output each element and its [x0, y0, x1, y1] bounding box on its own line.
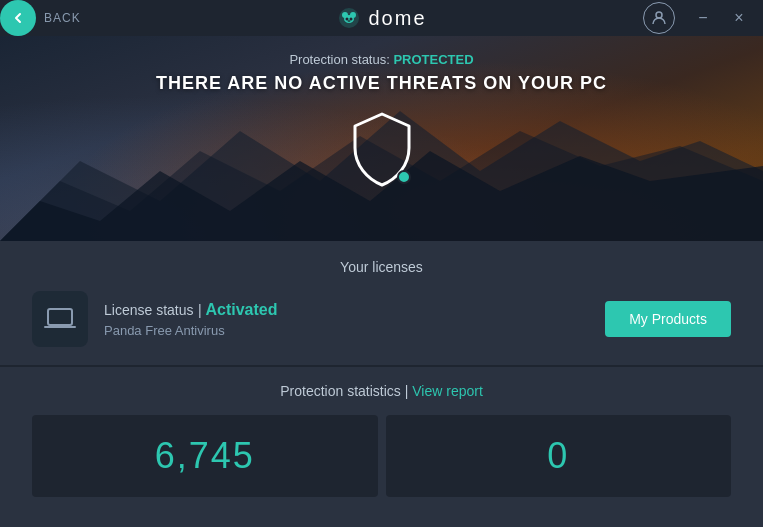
titlebar: BACK dome − ×: [0, 0, 763, 36]
stat-card-2: 0: [386, 415, 732, 497]
license-product-name: Panda Free Antivirus: [104, 323, 278, 338]
stat-card-1: 6,745: [32, 415, 378, 497]
shield-active-dot: [397, 170, 411, 184]
svg-rect-12: [57, 325, 63, 327]
titlebar-left: BACK: [0, 0, 81, 36]
hero-banner: Protection status: PROTECTED THERE ARE N…: [0, 36, 763, 241]
back-label: BACK: [44, 11, 81, 25]
license-activated-label: Activated: [205, 301, 277, 318]
license-status-label: License status: [104, 302, 194, 318]
hero-title: THERE ARE NO ACTIVE THREATS ON YOUR PC: [156, 73, 607, 94]
hero-content: Protection status: PROTECTED THERE ARE N…: [0, 36, 763, 241]
statistics-title: Protection statistics | View report: [32, 383, 731, 399]
stat-value-1: 6,745: [155, 435, 255, 477]
svg-point-6: [347, 20, 350, 22]
svg-point-7: [656, 12, 662, 18]
svg-point-4: [345, 18, 348, 21]
view-report-link[interactable]: View report: [412, 383, 483, 399]
statistics-label: Protection statistics: [280, 383, 401, 399]
statistics-section: Protection statistics | View report 6,74…: [0, 367, 763, 513]
titlebar-right: − ×: [643, 2, 763, 34]
svg-point-5: [349, 18, 352, 21]
my-products-button[interactable]: My Products: [605, 301, 731, 337]
protection-status-value: PROTECTED: [393, 52, 473, 67]
license-status-line: License status | Activated: [104, 301, 278, 319]
licenses-section: Your licenses License status | Activated…: [0, 241, 763, 366]
minimize-button[interactable]: −: [687, 2, 719, 34]
licenses-title: Your licenses: [32, 259, 731, 275]
user-icon[interactable]: [643, 2, 675, 34]
license-info-text: License status | Activated Panda Free An…: [104, 301, 278, 338]
close-button[interactable]: ×: [723, 2, 755, 34]
stat-value-2: 0: [547, 435, 569, 477]
device-icon-wrap: [32, 291, 88, 347]
panda-dome-logo-icon: [336, 6, 360, 30]
license-info-left: License status | Activated Panda Free An…: [32, 291, 278, 347]
titlebar-logo: dome: [336, 6, 426, 30]
logo-text: dome: [368, 7, 426, 30]
protection-status-line: Protection status: PROTECTED: [289, 52, 473, 67]
protection-label: Protection status:: [289, 52, 389, 67]
shield-icon-container: [347, 110, 417, 190]
svg-rect-11: [48, 309, 72, 325]
back-button[interactable]: [0, 0, 36, 36]
stats-cards: 6,745 0: [32, 415, 731, 497]
license-row: License status | Activated Panda Free An…: [32, 291, 731, 347]
laptop-icon: [44, 305, 76, 333]
